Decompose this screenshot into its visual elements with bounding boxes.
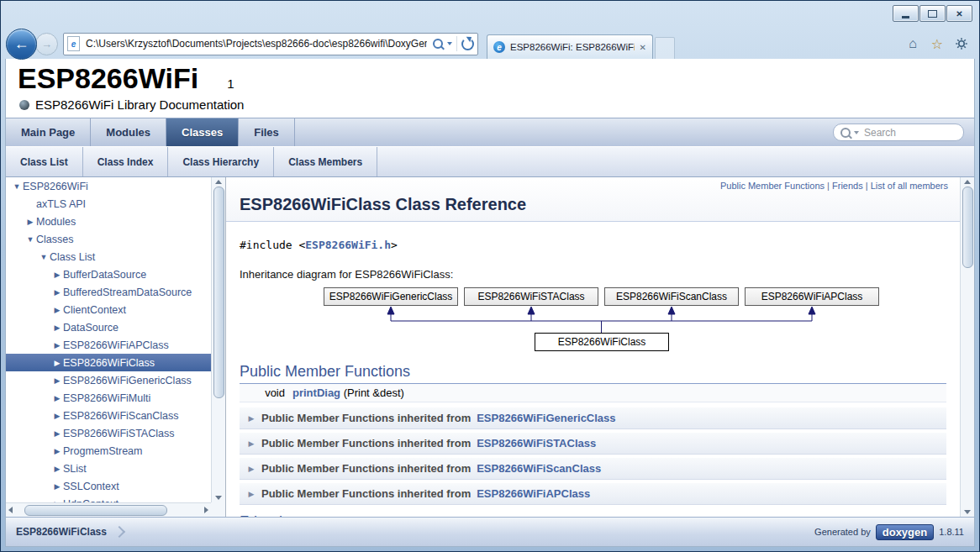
tree-arrow-icon[interactable] bbox=[51, 323, 63, 332]
tree-arrow-icon[interactable] bbox=[51, 465, 63, 473]
sub-tab[interactable]: Class Hierarchy bbox=[168, 147, 274, 176]
tree-item[interactable]: ESP8266WiFiGenericClass bbox=[6, 371, 211, 389]
chevron-down-icon[interactable] bbox=[854, 131, 859, 134]
tree-item[interactable]: SList bbox=[6, 460, 211, 477]
search-input[interactable] bbox=[862, 126, 938, 139]
tab-close-icon[interactable]: ✕ bbox=[640, 43, 646, 52]
inherited-class-link[interactable]: ESP8266WiFiGenericClass bbox=[477, 412, 615, 424]
inherited-class-link[interactable]: ESP8266WiFiScanClass bbox=[477, 462, 601, 475]
inherited-section-header[interactable]: Public Member Functions inherited from E… bbox=[240, 482, 946, 505]
new-tab-button[interactable] bbox=[655, 37, 675, 59]
scroll-up-icon[interactable] bbox=[964, 180, 971, 184]
summary-link[interactable]: Public Member Functions bbox=[720, 181, 832, 191]
minimize-button[interactable] bbox=[893, 5, 919, 22]
sub-tab[interactable]: Class Members bbox=[274, 147, 377, 176]
tree-item[interactable]: Modules bbox=[6, 213, 211, 230]
inherited-class-link[interactable]: ESP8266WiFiAPClass bbox=[477, 487, 590, 500]
include-file-link[interactable]: ESP8266WiFi.h bbox=[305, 239, 391, 251]
tree-arrow-icon[interactable] bbox=[51, 376, 63, 385]
tree-arrow-icon[interactable] bbox=[24, 235, 36, 244]
tree-arrow-icon[interactable] bbox=[24, 218, 36, 226]
tree-item[interactable]: ESP8266WiFiScanClass bbox=[6, 407, 211, 424]
tree-item[interactable]: axTLS API bbox=[6, 195, 211, 213]
tree-item[interactable]: ESP8266WiFiClass bbox=[6, 354, 211, 371]
tree-item[interactable]: Classes bbox=[6, 230, 211, 248]
sub-tab[interactable]: Class List bbox=[6, 147, 83, 176]
tree-item[interactable]: ESP8266WiFiSTAClass bbox=[6, 424, 211, 442]
tree-arrow-icon[interactable] bbox=[51, 306, 63, 314]
main-tab[interactable]: Modules bbox=[91, 118, 166, 146]
maximize-button[interactable] bbox=[919, 5, 946, 22]
settings-gear-icon[interactable] bbox=[954, 36, 969, 51]
inherited-section-header[interactable]: Public Member Functions inherited from E… bbox=[240, 407, 946, 429]
scroll-up-icon[interactable] bbox=[215, 180, 222, 184]
diagram-child-box[interactable]: ESP8266WiFiClass bbox=[535, 333, 669, 351]
summary-link[interactable]: Friends bbox=[832, 181, 871, 191]
tree-item[interactable]: Class List bbox=[6, 248, 211, 265]
address-input[interactable] bbox=[84, 34, 429, 53]
tree-item[interactable]: DataSource bbox=[6, 318, 211, 336]
doxygen-logo[interactable]: doxygen bbox=[876, 524, 934, 540]
scrollbar-thumb[interactable] bbox=[962, 187, 973, 268]
tree-item[interactable]: UdpContext bbox=[6, 495, 211, 502]
tree-arrow-icon[interactable] bbox=[51, 394, 63, 402]
member-name-link[interactable]: printDiag bbox=[292, 386, 340, 399]
tree-item[interactable]: ClientContext bbox=[6, 301, 211, 318]
inherited-class-link[interactable]: ESP8266WiFiSTAClass bbox=[477, 437, 596, 449]
search-icon[interactable] bbox=[433, 39, 443, 49]
refresh-icon[interactable] bbox=[461, 38, 474, 50]
diagram-parent-box[interactable]: ESP8266WiFiScanClass bbox=[604, 287, 739, 306]
diagram-parent-box[interactable]: ESP8266WiFiSTAClass bbox=[464, 287, 598, 306]
diagram-parent-box[interactable]: ESP8266WiFiAPClass bbox=[745, 287, 879, 306]
search-box[interactable] bbox=[833, 124, 964, 141]
scroll-track[interactable] bbox=[13, 505, 204, 516]
tree-item[interactable]: SSLContext bbox=[6, 477, 211, 495]
favorites-star-icon[interactable]: ☆ bbox=[930, 36, 945, 51]
sidebar-horizontal-scrollbar[interactable] bbox=[6, 502, 211, 517]
browser-tab[interactable]: e ESP8266WiFi: ESP8266WiFi... ✕ bbox=[487, 34, 653, 59]
tree-arrow-icon[interactable] bbox=[51, 412, 63, 420]
tree-arrow-icon[interactable] bbox=[51, 288, 63, 297]
content-vertical-scrollbar[interactable] bbox=[960, 177, 974, 517]
scroll-down-icon[interactable] bbox=[964, 510, 971, 514]
scroll-down-icon[interactable] bbox=[215, 496, 222, 500]
back-button[interactable]: ← bbox=[6, 29, 37, 60]
tree-arrow-icon[interactable] bbox=[51, 341, 63, 350]
breadcrumb-label[interactable]: ESP8266WiFiClass bbox=[16, 526, 107, 538]
sub-tab-label: Class List bbox=[20, 156, 68, 168]
scrollbar-thumb[interactable] bbox=[213, 187, 224, 398]
inherited-section-header[interactable]: Public Member Functions inherited from E… bbox=[240, 432, 946, 455]
tree-arrow-icon[interactable] bbox=[38, 253, 50, 261]
tree-item[interactable]: ESP8266WiFiMulti bbox=[6, 389, 211, 407]
main-tab[interactable]: Files bbox=[239, 118, 295, 146]
tab-strip: e ESP8266WiFi: ESP8266WiFi... ✕ bbox=[483, 29, 897, 59]
tree-arrow-icon[interactable] bbox=[51, 359, 63, 367]
sidebar-vertical-scrollbar[interactable] bbox=[211, 177, 225, 502]
expand-arrow-icon bbox=[247, 439, 256, 448]
tree-item[interactable]: ESP8266WiFi bbox=[6, 177, 211, 195]
tree-arrow-icon[interactable] bbox=[51, 271, 63, 279]
tree-arrow-icon[interactable] bbox=[51, 482, 63, 491]
tree-arrow-icon[interactable] bbox=[11, 182, 23, 191]
tree-item[interactable]: ESP8266WiFiAPClass bbox=[6, 336, 211, 354]
breadcrumb[interactable]: ESP8266WiFiClass bbox=[16, 526, 124, 538]
main-tab[interactable]: Classes bbox=[166, 118, 239, 146]
main-tab[interactable]: Main Page bbox=[6, 118, 91, 146]
tree-arrow-icon[interactable] bbox=[51, 429, 63, 438]
inherited-section-header[interactable]: Public Member Functions inherited from E… bbox=[240, 457, 946, 480]
scroll-right-icon[interactable] bbox=[204, 507, 208, 513]
tree-item[interactable]: ProgmemStream bbox=[6, 442, 211, 460]
tree-item[interactable]: BufferDataSource bbox=[6, 265, 211, 283]
diagram-parent-box[interactable]: ESP8266WiFiGenericClass bbox=[324, 287, 458, 306]
address-bar[interactable]: e bbox=[63, 33, 478, 55]
breadcrumb-chevron-icon bbox=[113, 526, 125, 538]
close-button[interactable] bbox=[946, 5, 972, 22]
forward-button[interactable]: → bbox=[35, 33, 58, 55]
summary-link[interactable]: List of all members bbox=[871, 181, 948, 191]
sub-tab[interactable]: Class Index bbox=[83, 147, 169, 176]
scrollbar-thumb[interactable] bbox=[24, 505, 167, 516]
home-icon[interactable]: ⌂ bbox=[905, 36, 920, 51]
chevron-down-icon[interactable] bbox=[447, 42, 452, 45]
tree-arrow-icon[interactable] bbox=[51, 447, 63, 455]
tree-item[interactable]: BufferedStreamDataSource bbox=[6, 283, 211, 301]
